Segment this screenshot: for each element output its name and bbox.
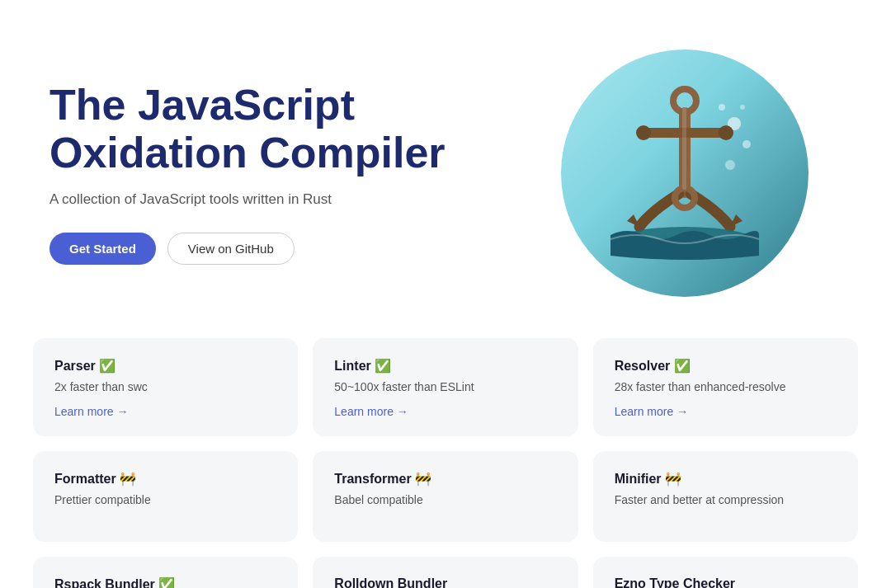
card-minifier: Minifier 🚧Faster and better at compressi… [593, 451, 858, 542]
card-learn-more-parser[interactable]: Learn more → [54, 405, 276, 418]
card-desc-transformer: Babel compatible [334, 493, 556, 524]
svg-point-1 [742, 140, 751, 148]
card-title-resolver: Resolver ✅ [615, 358, 837, 374]
card-learn-more-resolver[interactable]: Learn more → [615, 405, 837, 418]
svg-point-2 [719, 104, 725, 111]
svg-point-8 [636, 125, 651, 140]
hero-section: The JavaScript Oxidation Compiler A coll… [0, 0, 891, 330]
card-learn-more-linter[interactable]: Learn more → [334, 405, 556, 418]
card-desc-formatter: Prettier compatible [54, 493, 276, 524]
view-on-github-button[interactable]: View on GitHub [167, 233, 295, 265]
card-rolldown-bundler: Rolldown BundlerRollup compatible [313, 557, 578, 588]
card-resolver: Resolver ✅28x faster than enhanced-resol… [593, 338, 858, 436]
anchor-illustration [602, 82, 767, 264]
card-desc-resolver: 28x faster than enhanced-resolve [615, 380, 837, 393]
card-rspack-bundler: Rspack Bundler ✅Webpack compatible [33, 557, 298, 588]
hero-image [561, 49, 808, 297]
card-linter: Linter ✅50~100x faster than ESLintLearn … [313, 338, 578, 436]
card-title-ezno-type-checker: Ezno Type Checker [615, 576, 837, 588]
hero-buttons: Get Started View on GitHub [50, 233, 462, 265]
card-title-linter: Linter ✅ [334, 358, 556, 374]
cards-section: Parser ✅2x faster than swcLearn more →Li… [0, 330, 891, 588]
card-title-rolldown-bundler: Rolldown Bundler [334, 576, 556, 588]
get-started-button[interactable]: Get Started [50, 233, 156, 265]
hero-title: The JavaScript Oxidation Compiler [50, 82, 462, 176]
card-ezno-type-checker: Ezno Type CheckerA novel TypeScript type… [593, 557, 858, 588]
card-title-formatter: Formatter 🚧 [54, 471, 276, 487]
card-title-parser: Parser ✅ [54, 358, 276, 374]
svg-point-9 [719, 125, 733, 140]
card-title-minifier: Minifier 🚧 [615, 471, 837, 487]
svg-point-4 [725, 160, 735, 170]
card-title-transformer: Transformer 🚧 [334, 471, 556, 487]
card-desc-minifier: Faster and better at compression [615, 493, 837, 524]
card-parser: Parser ✅2x faster than swcLearn more → [33, 338, 298, 436]
card-formatter: Formatter 🚧Prettier compatible [33, 451, 298, 542]
card-title-rspack-bundler: Rspack Bundler ✅ [54, 576, 276, 588]
svg-rect-12 [682, 107, 686, 190]
svg-point-3 [740, 105, 745, 110]
card-desc-linter: 50~100x faster than ESLint [334, 380, 556, 393]
hero-subtitle: A collection of JavaScript tools written… [50, 191, 462, 208]
card-desc-parser: 2x faster than swc [54, 380, 276, 393]
hero-content: The JavaScript Oxidation Compiler A coll… [50, 82, 462, 264]
card-transformer: Transformer 🚧Babel compatible [313, 451, 578, 542]
